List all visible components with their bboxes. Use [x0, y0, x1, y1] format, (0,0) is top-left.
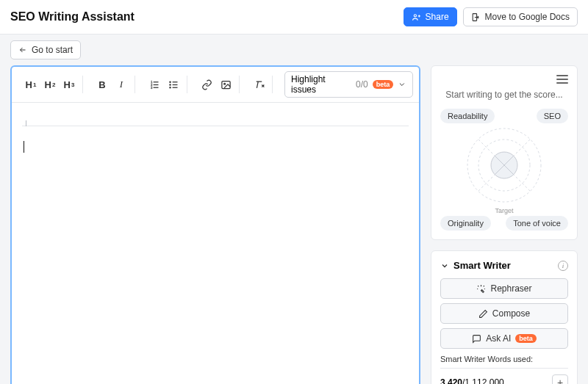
move-to-docs-button[interactable]: Move to Google Docs	[463, 7, 578, 26]
main-layout: H1 H2 H3 B I 123 Highlight issues	[0, 65, 588, 384]
header-actions: Share Move to Google Docs	[404, 7, 578, 26]
svg-point-17	[223, 83, 225, 84]
compose-icon	[478, 309, 488, 319]
ordered-list-button[interactable]: 123	[146, 76, 163, 93]
score-hint: Start writing to get the score...	[440, 90, 568, 100]
beta-badge: beta	[515, 334, 537, 343]
smart-writer-panel: Smart Writer i Rephraser Compose Ask AI …	[431, 250, 578, 384]
editor-toolbar: H1 H2 H3 B I 123 Highlight issues	[12, 67, 419, 103]
beta-badge: beta	[373, 80, 394, 89]
text-caret	[24, 141, 24, 153]
radar-chart: Readability SEO Originality Tone of voic…	[440, 109, 568, 231]
ol-icon: 123	[149, 79, 160, 90]
score-panel: Start writing to get the score... Readab…	[431, 65, 578, 240]
editor-content[interactable]	[12, 103, 419, 384]
svg-point-13	[169, 81, 170, 82]
chevron-down-icon	[398, 80, 406, 89]
editor-panel: H1 H2 H3 B I 123 Highlight issues	[10, 65, 420, 384]
h3-button[interactable]: H3	[60, 76, 78, 93]
highlight-issues-dropdown[interactable]: Highlight issues 0/0 beta	[284, 71, 413, 98]
share-label: Share	[426, 12, 449, 22]
seo-pill[interactable]: SEO	[537, 109, 568, 123]
rephraser-icon	[476, 284, 486, 294]
compose-button[interactable]: Compose	[440, 303, 568, 324]
italic-button[interactable]: I	[112, 76, 130, 93]
smart-writer-title: Smart Writer	[453, 260, 553, 271]
chat-icon	[472, 334, 481, 344]
tone-pill[interactable]: Tone of voice	[506, 216, 568, 231]
words-used-count: 3,420/1,112,000	[440, 377, 504, 384]
svg-line-21	[478, 140, 495, 156]
image-button[interactable]	[217, 76, 234, 93]
svg-point-14	[169, 84, 170, 84]
target-label: Target	[495, 207, 513, 214]
highlight-label: Highlight issues	[291, 74, 351, 95]
svg-point-0	[414, 14, 416, 16]
ul-icon	[168, 79, 179, 90]
go-to-start-button[interactable]: Go to start	[10, 40, 81, 59]
svg-point-15	[169, 87, 170, 87]
clear-format-icon	[254, 79, 265, 90]
words-used-label: Smart Writer Words used:	[440, 355, 568, 363]
link-icon	[201, 79, 212, 90]
chevron-down-icon[interactable]	[440, 261, 449, 270]
readability-pill[interactable]: Readability	[440, 109, 495, 123]
go-to-start-label: Go to start	[32, 45, 73, 55]
add-words-button[interactable]: +	[552, 374, 568, 384]
link-button[interactable]	[198, 76, 215, 93]
bold-button[interactable]: B	[93, 76, 111, 93]
app-header: SEO Writing Assistant Share Move to Goog…	[0, 0, 588, 35]
panel-menu-button[interactable]	[556, 75, 568, 84]
share-button[interactable]: Share	[404, 7, 457, 26]
rephraser-button[interactable]: Rephraser	[440, 278, 568, 299]
ask-ai-button[interactable]: Ask AI beta	[440, 328, 568, 349]
export-icon	[471, 12, 481, 22]
h1-button[interactable]: H1	[22, 76, 40, 93]
svg-text:3: 3	[150, 85, 152, 89]
share-icon	[412, 12, 421, 22]
originality-pill[interactable]: Originality	[440, 216, 491, 231]
info-icon[interactable]: i	[558, 261, 568, 271]
subheader: Go to start	[0, 35, 588, 65]
words-used-row: 3,420/1,112,000 +	[440, 368, 568, 384]
arrow-left-icon	[18, 46, 27, 54]
svg-line-22	[514, 140, 530, 156]
highlight-count: 0/0	[356, 79, 368, 90]
radar-graphic	[464, 125, 545, 206]
page-title: SEO Writing Assistant	[10, 10, 135, 23]
image-icon	[220, 79, 232, 90]
h2-button[interactable]: H2	[41, 76, 59, 93]
sidebar: Start writing to get the score... Readab…	[431, 65, 578, 384]
svg-line-23	[478, 175, 495, 191]
unordered-list-button[interactable]	[165, 76, 182, 93]
clear-format-button[interactable]	[250, 76, 268, 93]
ruler	[22, 120, 409, 126]
move-label: Move to Google Docs	[485, 12, 570, 22]
svg-line-24	[514, 175, 530, 191]
